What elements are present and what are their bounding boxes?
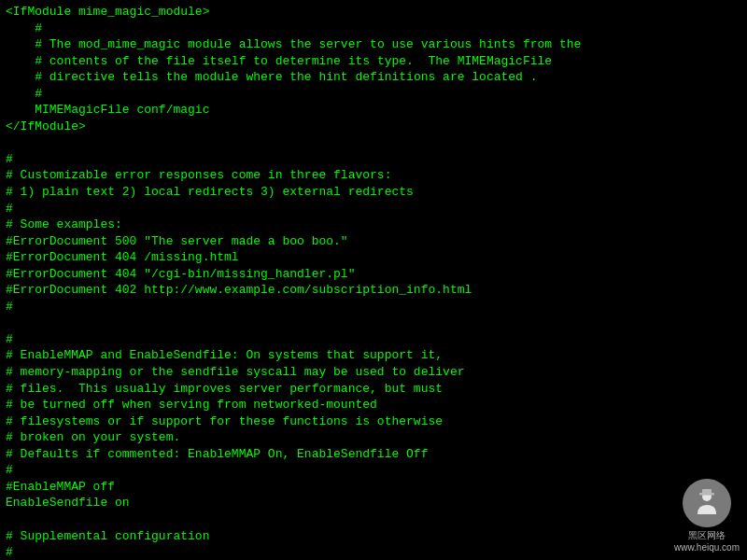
watermark-icon — [692, 488, 722, 518]
watermark-logo — [683, 479, 731, 527]
svg-rect-2 — [702, 489, 712, 494]
watermark-label: 黑区网络 www.heiqu.com — [674, 529, 740, 553]
terminal-content: <IfModule mime_magic_module> # # The mod… — [6, 4, 741, 560]
terminal-window: <IfModule mime_magic_module> # # The mod… — [0, 0, 747, 560]
watermark: 黑区网络 www.heiqu.com — [674, 479, 740, 553]
